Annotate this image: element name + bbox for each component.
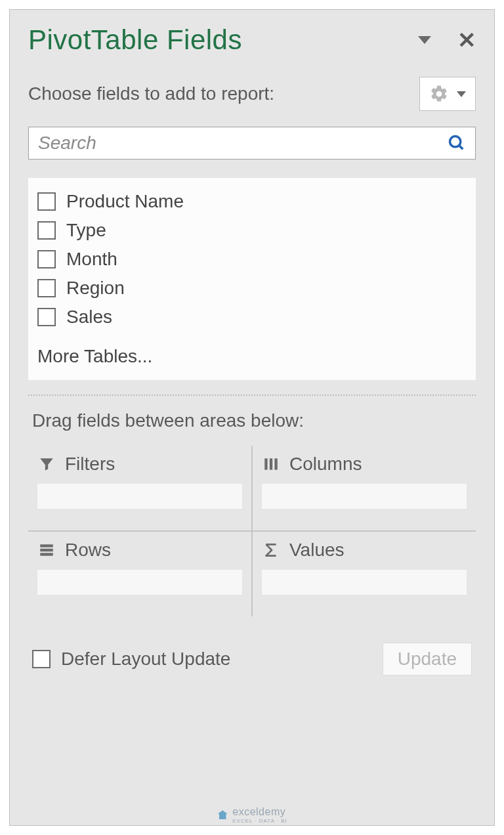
- field-label: Month: [66, 249, 117, 270]
- field-label: Product Name: [66, 191, 184, 212]
- field-label: Type: [66, 220, 106, 241]
- pivottable-fields-panel: PivotTable Fields ✕ Choose fields to add…: [9, 9, 495, 826]
- watermark-icon: [217, 809, 228, 821]
- field-label: Region: [66, 278, 125, 299]
- svg-rect-7: [40, 553, 53, 555]
- checkbox[interactable]: [37, 308, 56, 326]
- drop-slot[interactable]: [262, 484, 467, 509]
- field-item-month[interactable]: Month: [35, 245, 469, 274]
- field-item-sales[interactable]: Sales: [35, 303, 469, 332]
- panel-menu-caret-icon[interactable]: [418, 36, 431, 44]
- drop-slot[interactable]: [37, 570, 242, 595]
- search-icon[interactable]: [448, 134, 466, 152]
- area-header: Filters: [37, 454, 242, 475]
- checkbox[interactable]: [37, 221, 56, 240]
- svg-rect-3: [270, 458, 272, 469]
- sigma-icon: [262, 541, 280, 559]
- field-item-type[interactable]: Type: [35, 216, 469, 245]
- checkbox[interactable]: [37, 279, 56, 297]
- footer-row: Defer Layout Update Update: [28, 643, 476, 675]
- close-icon[interactable]: ✕: [457, 29, 476, 51]
- columns-icon: [262, 455, 280, 473]
- areas-grid: Filters Columns: [28, 446, 476, 616]
- field-item-region[interactable]: Region: [35, 274, 469, 303]
- divider: [28, 395, 476, 396]
- choose-fields-label: Choose fields to add to report:: [28, 83, 274, 104]
- field-label: Sales: [66, 307, 112, 328]
- field-item-product-name[interactable]: Product Name: [35, 187, 469, 216]
- defer-layout-control[interactable]: Defer Layout Update: [32, 649, 230, 670]
- drop-slot[interactable]: [262, 570, 467, 595]
- gear-icon: [429, 84, 449, 104]
- area-title: Filters: [65, 454, 115, 475]
- values-area[interactable]: Values: [252, 531, 476, 616]
- watermark: exceldemy EXCEL · DATA · BI: [217, 806, 287, 824]
- svg-point-0: [450, 137, 461, 147]
- area-title: Rows: [65, 540, 111, 561]
- columns-area[interactable]: Columns: [252, 446, 476, 531]
- update-button[interactable]: Update: [383, 643, 472, 675]
- drag-instructions-label: Drag fields between areas below:: [28, 410, 476, 431]
- checkbox[interactable]: [32, 650, 51, 668]
- subtitle-row: Choose fields to add to report:: [28, 77, 476, 111]
- rows-icon: [37, 541, 56, 559]
- filter-icon: [37, 455, 56, 473]
- more-tables-link[interactable]: More Tables...: [35, 332, 469, 370]
- area-header: Values: [262, 540, 467, 561]
- tools-button[interactable]: [419, 77, 476, 111]
- watermark-brand: exceldemy: [232, 806, 285, 817]
- checkbox[interactable]: [37, 192, 56, 211]
- defer-layout-label: Defer Layout Update: [61, 649, 230, 670]
- area-header: Rows: [37, 540, 242, 561]
- area-title: Values: [289, 540, 345, 561]
- svg-rect-4: [274, 458, 277, 469]
- title-row: PivotTable Fields ✕: [28, 24, 476, 56]
- watermark-tagline: EXCEL · DATA · BI: [232, 818, 287, 824]
- chevron-down-icon: [457, 91, 466, 97]
- drop-slot[interactable]: [37, 484, 242, 509]
- search-box[interactable]: [28, 127, 476, 160]
- title-controls: ✕: [418, 29, 476, 51]
- panel-title: PivotTable Fields: [28, 24, 242, 56]
- rows-area[interactable]: Rows: [28, 531, 252, 616]
- search-input[interactable]: [38, 133, 448, 154]
- area-header: Columns: [262, 454, 467, 475]
- svg-rect-6: [40, 549, 53, 551]
- svg-rect-5: [40, 544, 53, 547]
- area-title: Columns: [289, 454, 362, 475]
- checkbox[interactable]: [37, 250, 56, 268]
- filters-area[interactable]: Filters: [28, 446, 252, 531]
- fields-list: Product Name Type Month Region Sales Mor…: [28, 178, 476, 380]
- svg-line-1: [459, 146, 463, 150]
- svg-rect-2: [264, 458, 267, 469]
